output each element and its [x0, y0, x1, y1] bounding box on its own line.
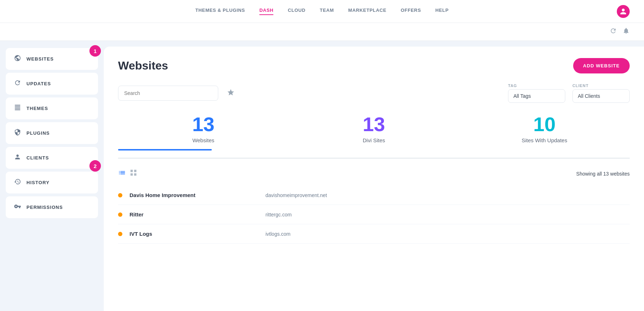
history-label: HISTORY: [26, 180, 49, 185]
website-name: IVT Logs: [130, 231, 244, 237]
stat-progress: [118, 149, 212, 150]
client-filter-wrap: CLIENT All Clients: [572, 83, 630, 103]
stat-number-1: 13: [289, 114, 459, 134]
grid-view-icon[interactable]: [130, 169, 137, 178]
permissions-label: PERMISSIONS: [26, 205, 63, 210]
nav-link-themes-plugins[interactable]: THEMES & PLUGINS: [195, 8, 245, 15]
filter-group: TAG All Tags CLIENT All Clients: [508, 83, 630, 103]
content-area: Websites ADD WEBSITE TAG All Tags CLIENT: [104, 47, 644, 311]
website-url: rittergc.com: [265, 212, 292, 217]
tag-filter-wrap: TAG All Tags: [508, 83, 565, 103]
refresh-icon[interactable]: [610, 27, 617, 36]
sidebar-item-websites[interactable]: WEBSITES1: [6, 48, 98, 70]
stat-item-0: 13Websites: [118, 114, 289, 150]
search-input[interactable]: [118, 86, 218, 101]
themes-label: THEMES: [26, 106, 48, 111]
nav-link-dash[interactable]: DASH: [259, 8, 273, 15]
nav-link-cloud[interactable]: CLOUD: [288, 8, 305, 15]
page-title: Websites: [118, 59, 168, 72]
clients-icon: [14, 153, 21, 162]
tag-select[interactable]: All Tags: [508, 89, 565, 103]
showing-count: Showing all 13 websites: [576, 171, 630, 177]
website-status-dot: [118, 212, 122, 217]
website-row[interactable]: Ritterrittergc.com: [118, 205, 630, 224]
client-label: CLIENT: [572, 83, 630, 88]
websites-label: WEBSITES: [26, 56, 54, 62]
nav-link-team[interactable]: TEAM: [320, 8, 334, 15]
sidebar-item-clients[interactable]: CLIENTS2: [6, 147, 98, 169]
plugins-label: PLUGINS: [26, 130, 50, 136]
content-header: Websites ADD WEBSITE: [118, 58, 630, 73]
nav-link-offers[interactable]: OFFERS: [401, 8, 421, 15]
websites-icon: [14, 54, 21, 63]
notification-icon[interactable]: [623, 27, 630, 36]
add-website-button[interactable]: ADD WEBSITE: [573, 58, 630, 73]
plugins-icon: [14, 129, 21, 138]
sidebar-badge-2: 2: [89, 160, 101, 172]
stat-number-0: 13: [118, 114, 289, 134]
nav-user: [617, 5, 630, 18]
stat-label-1: Divi Sites: [289, 137, 459, 143]
tag-label: TAG: [508, 83, 565, 88]
sidebar-item-plugins[interactable]: PLUGINS: [6, 122, 98, 144]
sidebar-item-themes[interactable]: THEMES: [6, 97, 98, 119]
filters-row: TAG All Tags CLIENT All Clients: [118, 83, 630, 103]
sidebar-item-history[interactable]: HISTORY: [6, 172, 98, 193]
list-view-icon[interactable]: [118, 169, 126, 178]
website-list: Davis Home Improvementdavishomeimproveme…: [118, 186, 630, 244]
sidebar-item-permissions[interactable]: PERMISSIONS: [6, 196, 98, 218]
website-url: davishomeimprovement.net: [265, 192, 327, 198]
main-layout: WEBSITES1UPDATESTHEMESPLUGINSCLIENTS2HIS…: [0, 41, 644, 311]
user-avatar-icon[interactable]: [617, 5, 630, 18]
top-nav: THEMES & PLUGINSDASHCLOUDTEAMMARKETPLACE…: [0, 0, 644, 23]
website-url: ivtlogs.com: [265, 231, 291, 237]
star-icon[interactable]: [227, 88, 235, 98]
nav-link-marketplace[interactable]: MARKETPLACE: [348, 8, 386, 15]
clients-label: CLIENTS: [26, 155, 49, 161]
website-row[interactable]: Davis Home Improvementdavishomeimproveme…: [118, 186, 630, 205]
client-select[interactable]: All Clients: [572, 89, 630, 103]
updates-icon: [14, 79, 21, 88]
view-controls: Showing all 13 websites: [118, 169, 630, 178]
websites-badge: 1: [89, 45, 101, 57]
permissions-icon: [14, 203, 21, 212]
website-status-dot: [118, 193, 122, 197]
nav-links: THEMES & PLUGINSDASHCLOUDTEAMMARKETPLACE…: [195, 8, 449, 15]
website-name: Davis Home Improvement: [130, 192, 244, 198]
stat-item-2: 10Sites With Updates: [459, 114, 630, 143]
website-status-dot: [118, 232, 122, 236]
website-name: Ritter: [130, 211, 244, 217]
toolbar: [0, 23, 644, 41]
sidebar: WEBSITES1UPDATESTHEMESPLUGINSCLIENTS2HIS…: [0, 41, 104, 311]
sidebar-item-updates[interactable]: UPDATES: [6, 73, 98, 95]
updates-label: UPDATES: [26, 81, 51, 86]
website-row[interactable]: IVT Logsivtlogs.com: [118, 224, 630, 244]
nav-link-help[interactable]: HELP: [435, 8, 449, 15]
stats-row: 13Websites13Divi Sites10Sites With Updat…: [118, 114, 630, 159]
stat-label-0: Websites: [118, 137, 289, 143]
themes-icon: [14, 104, 21, 113]
stat-number-2: 10: [459, 114, 630, 134]
stat-label-2: Sites With Updates: [459, 137, 630, 143]
history-icon: [14, 178, 21, 187]
view-icons: [118, 169, 137, 178]
stat-item-1: 13Divi Sites: [289, 114, 459, 143]
